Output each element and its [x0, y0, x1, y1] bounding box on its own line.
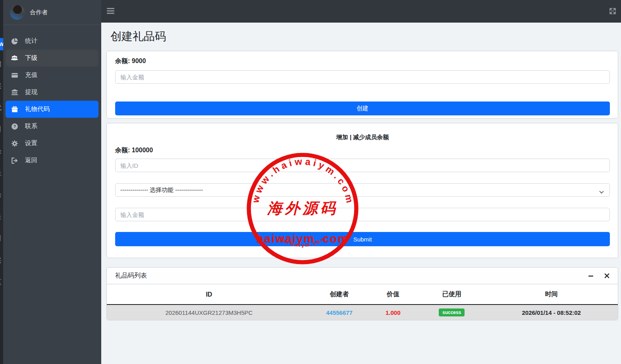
- gift-code-id: 202601144UXGR21273M3H5PC: [107, 305, 311, 320]
- function-select[interactable]: -------------- 选择功能 --------------: [115, 183, 610, 197]
- sidebar: 合作者 统计 下级 充值 提现: [3, 0, 101, 364]
- page-title: 创建礼品码: [110, 30, 621, 43]
- used-cell: success: [418, 305, 485, 320]
- created-time: 2026/01/14 - 08:52:02: [485, 305, 618, 320]
- bank-icon: [11, 88, 18, 96]
- gift-icon: [11, 105, 18, 113]
- logout-icon: [11, 157, 18, 164]
- sidebar-user-header: 合作者: [3, 0, 101, 25]
- gift-value: 1.000: [367, 305, 418, 320]
- balance-label: 余额: 100000: [115, 146, 610, 155]
- sidebar-item-stats[interactable]: 统计: [6, 33, 98, 50]
- underlay-glyph-fragment: 门: [0, 59, 2, 69]
- avatar[interactable]: [10, 5, 25, 20]
- sidebar-item-contact[interactable]: ? 联系: [6, 118, 98, 135]
- svg-text:?: ?: [13, 124, 16, 128]
- sidebar-item-label: 统计: [25, 37, 37, 45]
- sidebar-item-label: 礼物代码: [25, 105, 50, 113]
- background-sidebar-strip: W 门 兴 代 刂 佘 呈 佘 呈 刂 兴 区: [0, 0, 3, 364]
- gift-code-table: ID 创建者 价值 已使用 时间 202601144UXGR21273M3H5P…: [107, 284, 618, 320]
- users-icon: [11, 54, 18, 62]
- sidebar-item-gift-codes[interactable]: 礼物代码: [6, 101, 98, 118]
- column-used: 已使用: [418, 284, 485, 305]
- column-value: 价值: [367, 284, 418, 305]
- adjust-amount-input[interactable]: [115, 208, 610, 221]
- table-row: 202601144UXGR21273M3H5PC 44556677 1.000 …: [107, 305, 618, 320]
- underlay-glyph-fragment: 刂: [0, 234, 2, 243]
- list-card-title: 礼品码列表: [115, 272, 147, 280]
- sidebar-item-label: 充值: [25, 71, 37, 79]
- underlay-active-fragment: W: [0, 38, 3, 50]
- question-circle-icon: ?: [11, 123, 18, 130]
- credit-card-icon: [11, 71, 18, 79]
- amount-input[interactable]: [115, 70, 610, 84]
- function-select-value: -------------- 选择功能 --------------: [120, 186, 203, 194]
- sidebar-item-label: 设置: [25, 139, 37, 148]
- user-name: 合作者: [30, 9, 48, 16]
- sidebar-nav: 统计 下级 充值 提现 礼物代码: [3, 33, 101, 169]
- close-icon[interactable]: [604, 273, 610, 279]
- pie-chart-icon: [11, 37, 18, 45]
- adjust-card-title: 增加 | 减少成员余额: [115, 133, 610, 141]
- sidebar-item-label: 返回: [25, 156, 37, 165]
- member-id-input[interactable]: [115, 159, 610, 172]
- underlay-glyph-fragment: 区: [0, 278, 2, 287]
- underlay-glyph-fragment: 兴: [0, 256, 2, 265]
- underlay-glyph-fragment: 佘: [0, 147, 2, 156]
- column-time: 时间: [485, 284, 618, 305]
- sidebar-item-settings[interactable]: 设置: [6, 135, 98, 152]
- sidebar-item-label: 联系: [25, 122, 37, 130]
- sidebar-item-back[interactable]: 返回: [6, 152, 98, 169]
- minimize-icon[interactable]: [588, 273, 594, 279]
- sidebar-item-withdraw[interactable]: 提现: [6, 84, 98, 101]
- underlay-glyph-fragment: 呈: [0, 212, 2, 221]
- sidebar-item-label: 下级: [25, 54, 37, 62]
- gear-icon: [11, 140, 18, 147]
- column-id: ID: [107, 284, 311, 305]
- adjust-balance-card: 增加 | 减少成员余额 余额: 100000 -------------- 选择…: [106, 123, 618, 258]
- menu-toggle-icon[interactable]: [107, 8, 115, 14]
- balance-label: 余额: 9000: [115, 57, 610, 65]
- create-button[interactable]: 创建: [115, 102, 610, 115]
- gift-code-list-card: 礼品码列表 ID 创建者 价值 已使用 时间: [106, 267, 618, 320]
- main-content: 创建礼品码 余额: 9000 创建 增加 | 减少成员余额 余额: 100000…: [101, 23, 621, 364]
- underlay-glyph-fragment: 兴: [0, 81, 2, 90]
- status-badge: success: [439, 308, 465, 316]
- create-gift-code-card: 余额: 9000 创建: [106, 51, 618, 119]
- underlay-glyph-fragment: 佘: [0, 190, 2, 199]
- chevron-down-icon: [599, 188, 604, 195]
- underlay-glyph-fragment: 代: [0, 103, 2, 112]
- submit-button[interactable]: Submit: [115, 232, 610, 246]
- underlay-glyph-fragment: 刂: [0, 125, 2, 134]
- underlay-glyph-fragment: 呈: [0, 169, 2, 178]
- sidebar-item-recharge[interactable]: 充值: [6, 67, 98, 84]
- column-creator: 创建者: [311, 284, 368, 305]
- topbar: [101, 0, 621, 23]
- sidebar-item-subordinates[interactable]: 下级: [6, 50, 98, 67]
- fullscreen-icon[interactable]: [609, 8, 616, 15]
- table-header-row: ID 创建者 价值 已使用 时间: [107, 284, 618, 305]
- creator-id: 44556677: [311, 305, 368, 320]
- sidebar-item-label: 提现: [25, 88, 37, 96]
